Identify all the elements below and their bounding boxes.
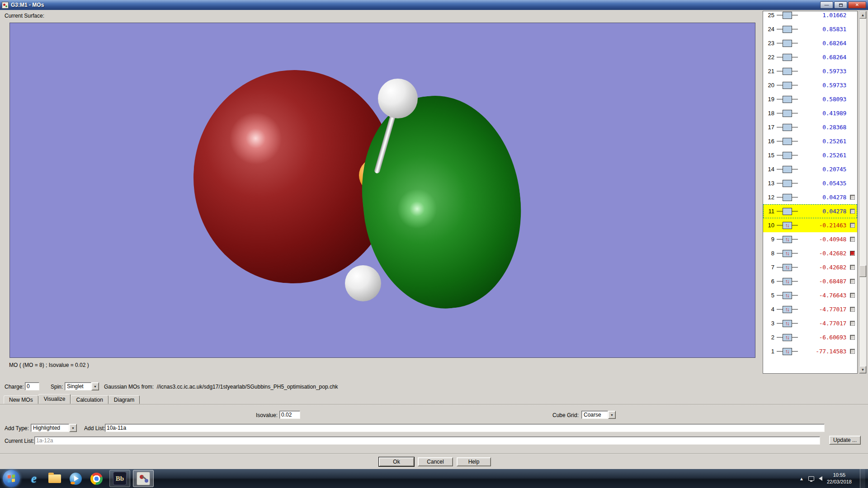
current-list-input[interactable]: [34, 436, 820, 445]
mo-occupancy-box[interactable]: [783, 152, 792, 159]
chrome-icon[interactable]: [86, 470, 107, 487]
bb-app-icon[interactable]: Bb: [109, 470, 130, 487]
volume-icon[interactable]: [819, 476, 822, 481]
spin-select[interactable]: Singlet ▼: [65, 382, 99, 390]
mo-surface-checkbox[interactable]: [850, 209, 855, 214]
mo-occupancy-box[interactable]: ↑↓: [783, 292, 792, 299]
tab-calculation[interactable]: Calculation: [71, 395, 108, 404]
network-icon[interactable]: [808, 476, 814, 481]
mo-row-22[interactable]: 220.68264: [763, 50, 857, 64]
mo-row-14[interactable]: 140.20745: [763, 162, 857, 176]
mo-occupancy-box[interactable]: ↑↓: [783, 320, 792, 327]
mo-occupancy-box[interactable]: [783, 194, 792, 201]
isovalue-input[interactable]: [279, 411, 300, 419]
mo-surface-checkbox[interactable]: [850, 349, 855, 354]
mo-occupancy-box[interactable]: [783, 138, 792, 145]
mo-occupancy-box[interactable]: [783, 110, 792, 117]
scrollbar-thumb[interactable]: [859, 265, 866, 277]
mo-occupancy-box[interactable]: ↑↓: [783, 306, 792, 313]
help-button[interactable]: Help: [457, 457, 491, 466]
mo-surface-checkbox[interactable]: [850, 321, 855, 326]
mo-row-25[interactable]: 251.01662: [763, 11, 857, 22]
mo-row-4[interactable]: 4↑↓-4.77017: [763, 302, 857, 316]
mo-row-17[interactable]: 170.28368: [763, 120, 857, 134]
title-bar[interactable]: G3:M1 - MOs — ✕: [0, 0, 868, 10]
mo-occupancy-box[interactable]: ↑↓: [783, 278, 792, 285]
scroll-down-button[interactable]: ▼: [859, 366, 866, 373]
mo-row-11[interactable]: 110.04278: [763, 204, 857, 218]
mo-row-9[interactable]: 9↑↓-0.40948: [763, 232, 857, 246]
mo-viewport[interactable]: [9, 23, 755, 358]
maximize-button[interactable]: [834, 1, 847, 9]
mo-occupancy-box[interactable]: [783, 54, 792, 61]
show-desktop-button[interactable]: [860, 469, 865, 488]
chevron-down-icon[interactable]: ▼: [608, 411, 616, 419]
mo-row-1[interactable]: 1↑↓-77.14583: [763, 344, 857, 358]
mo-occupancy-box[interactable]: [783, 26, 792, 33]
mo-occupancy-box[interactable]: [783, 96, 792, 103]
cube-grid-select[interactable]: Coarse ▼: [581, 411, 616, 419]
mo-row-23[interactable]: 230.68264: [763, 36, 857, 50]
mo-occupancy-box[interactable]: [783, 40, 792, 47]
mo-occupancy-box[interactable]: [783, 166, 792, 173]
mo-list-scrollbar[interactable]: ▲ ▼: [859, 11, 867, 374]
mo-surface-checkbox[interactable]: [850, 307, 855, 312]
mo-row-21[interactable]: 210.59733: [763, 64, 857, 78]
mo-row-5[interactable]: 5↑↓-4.76643: [763, 288, 857, 302]
ok-button[interactable]: Ok: [379, 457, 414, 466]
mo-surface-checkbox[interactable]: [850, 195, 855, 200]
mo-occupancy-box[interactable]: ↑↓: [783, 250, 792, 257]
tray-expand-icon[interactable]: ▲: [799, 476, 804, 481]
media-player-icon[interactable]: [65, 470, 86, 487]
mo-row-12[interactable]: 120.04278: [763, 190, 857, 204]
explorer-folder-icon[interactable]: [44, 470, 65, 487]
mo-occupancy-box[interactable]: [783, 82, 792, 89]
mo-occupancy-box[interactable]: ↑↓: [783, 348, 792, 355]
mo-surface-checkbox[interactable]: [850, 223, 855, 228]
mo-row-24[interactable]: 240.85831: [763, 22, 857, 36]
mo-surface-checkbox[interactable]: [850, 335, 855, 340]
mo-surface-checkbox[interactable]: [850, 279, 855, 284]
cancel-button[interactable]: Cancel: [418, 457, 453, 466]
tab-new-mos[interactable]: New MOs: [4, 395, 38, 404]
charge-input[interactable]: [25, 382, 39, 390]
mo-occupancy-box[interactable]: ↑↓: [783, 222, 792, 229]
chevron-down-icon[interactable]: ▼: [91, 382, 99, 390]
mo-surface-checkbox[interactable]: [850, 237, 855, 242]
mo-occupancy-box[interactable]: ↑↓: [783, 236, 792, 243]
tab-diagram[interactable]: Diagram: [108, 395, 140, 404]
add-type-select[interactable]: Highlighted ▼: [31, 424, 77, 432]
chevron-down-icon[interactable]: ▼: [69, 424, 77, 432]
mo-row-13[interactable]: 130.05435: [763, 176, 857, 190]
update-button[interactable]: Update ...: [829, 436, 861, 445]
mo-occupancy-box[interactable]: ↑↓: [783, 334, 792, 341]
mo-occupancy-box[interactable]: [783, 12, 792, 19]
mo-row-3[interactable]: 3↑↓-4.77017: [763, 316, 857, 330]
mo-row-10[interactable]: 10↑↓-0.21463: [763, 218, 857, 232]
tab-visualize[interactable]: Visualize: [38, 394, 71, 404]
mo-surface-checkbox[interactable]: [850, 251, 855, 256]
mo-row-15[interactable]: 150.25261: [763, 148, 857, 162]
start-button[interactable]: [3, 470, 20, 487]
clock[interactable]: 10:55 22/03/2018: [827, 472, 852, 485]
mo-row-20[interactable]: 200.59733: [763, 78, 857, 92]
gaussview-icon[interactable]: [133, 470, 154, 487]
mo-occupancy-box[interactable]: [783, 124, 792, 131]
mo-row-18[interactable]: 180.41989: [763, 106, 857, 120]
mo-row-19[interactable]: 190.58093: [763, 92, 857, 106]
minimize-button[interactable]: —: [820, 1, 833, 9]
add-list-input[interactable]: [105, 424, 825, 432]
mo-row-7[interactable]: 7↑↓-0.42682: [763, 260, 857, 274]
mo-occupancy-box[interactable]: [783, 208, 792, 215]
mo-occupancy-box[interactable]: [783, 180, 792, 187]
mo-surface-checkbox[interactable]: [850, 293, 855, 298]
close-button[interactable]: ✕: [848, 1, 866, 9]
scroll-up-button[interactable]: ▲: [859, 11, 866, 19]
mo-row-6[interactable]: 6↑↓-0.68487: [763, 274, 857, 288]
mo-occupancy-box[interactable]: [783, 68, 792, 75]
mo-row-2[interactable]: 2↑↓-6.60693: [763, 330, 857, 344]
mo-row-16[interactable]: 160.25261: [763, 134, 857, 148]
internet-explorer-icon[interactable]: e: [24, 470, 44, 487]
mo-surface-checkbox[interactable]: [850, 265, 855, 270]
mo-row-8[interactable]: 8↑↓-0.42682: [763, 246, 857, 260]
